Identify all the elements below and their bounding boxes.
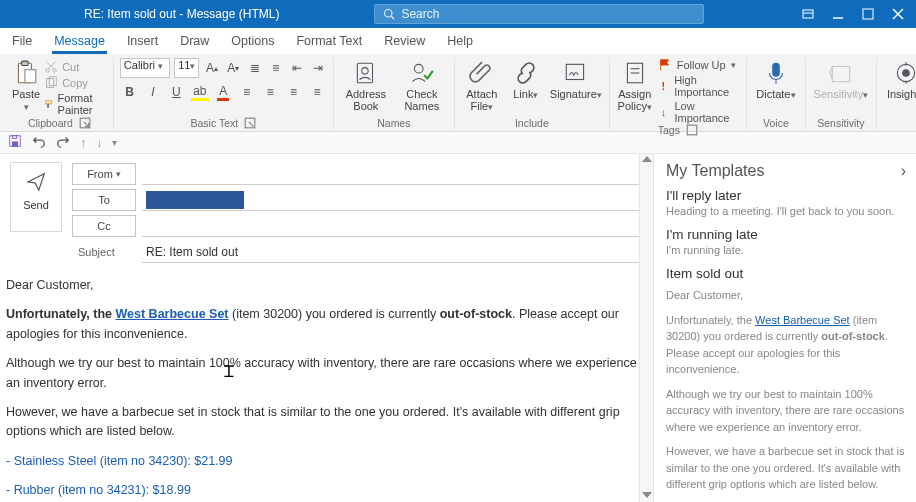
tab-format-text[interactable]: Format Text <box>294 30 364 54</box>
format-painter-icon <box>44 97 53 111</box>
increase-font-icon[interactable]: A▴ <box>203 58 220 78</box>
signature-icon <box>563 60 589 86</box>
outdent-icon[interactable]: ⇤ <box>288 58 305 78</box>
tab-message[interactable]: Message <box>52 30 107 54</box>
search-box[interactable]: Search <box>374 4 704 24</box>
font-color-icon[interactable]: A <box>214 82 233 102</box>
cut-button[interactable]: Cut <box>44 60 107 74</box>
menu-tabs: File Message Insert Draw Options Format … <box>0 28 916 54</box>
tab-options[interactable]: Options <box>229 30 276 54</box>
assign-policy-button[interactable]: Assign Policy▾ <box>616 58 654 112</box>
svg-rect-5 <box>863 9 873 19</box>
tab-insert[interactable]: Insert <box>125 30 160 54</box>
cc-button[interactable]: Cc <box>72 215 136 237</box>
low-importance-button[interactable]: ↓Low Importance <box>658 100 740 124</box>
svg-rect-39 <box>12 136 16 139</box>
svg-point-33 <box>903 70 910 77</box>
to-input[interactable] <box>142 189 643 211</box>
scroll-up-icon[interactable] <box>642 156 652 162</box>
address-book-icon <box>353 60 379 86</box>
close-pane-icon[interactable]: › <box>901 162 906 180</box>
align-center-icon[interactable]: ≡ <box>260 82 279 102</box>
tab-file[interactable]: File <box>10 30 34 54</box>
link-icon <box>513 60 539 86</box>
template-reply-later[interactable]: I'll reply later Heading to a meeting. I… <box>666 188 906 217</box>
from-button[interactable]: From ▾ <box>72 163 136 185</box>
dialog-launcher-icon[interactable] <box>79 117 91 129</box>
copy-button[interactable]: Copy <box>44 76 107 90</box>
product-link[interactable]: West Barbecue Set <box>116 307 229 321</box>
low-importance-icon: ↓ <box>658 106 670 118</box>
svg-point-12 <box>53 69 57 73</box>
high-importance-button[interactable]: !High Importance <box>658 74 740 98</box>
cc-input[interactable] <box>142 215 643 237</box>
to-button[interactable]: To <box>72 189 136 211</box>
maximize-icon[interactable] <box>862 8 874 20</box>
dictate-button[interactable]: Dictate▾ <box>753 58 799 100</box>
microphone-icon <box>763 60 789 86</box>
group-clipboard: Paste ▾ Cut Copy Format Painter Clipboar… <box>6 58 114 129</box>
bullets-icon[interactable]: ≣ <box>246 58 263 78</box>
main-split: Send From ▾ To Cc Subject RE: Item sold <box>0 154 916 502</box>
check-names-button[interactable]: Check Names <box>396 58 448 112</box>
my-templates-pane: My Templates› I'll reply later Heading t… <box>654 154 916 502</box>
qat-more-icon[interactable]: ▾ <box>112 137 117 148</box>
subject-input[interactable]: RE: Item sold out <box>142 241 643 263</box>
follow-up-button[interactable]: Follow Up▾ <box>658 58 740 72</box>
svg-rect-31 <box>832 67 849 82</box>
tab-draw[interactable]: Draw <box>178 30 211 54</box>
indent-icon[interactable]: ⇥ <box>310 58 327 78</box>
underline-icon[interactable]: U <box>167 82 186 102</box>
svg-line-13 <box>49 62 56 69</box>
highlight-icon[interactable]: ab <box>190 82 209 102</box>
scroll-down-icon[interactable] <box>642 492 652 498</box>
numbering-icon[interactable]: ≡ <box>267 58 284 78</box>
group-voice: Dictate▾ Voice <box>747 58 806 129</box>
bold-icon[interactable]: B <box>120 82 139 102</box>
compose-scrollbar[interactable] <box>639 154 653 502</box>
message-body[interactable]: Dear Customer, Unfortunately, the West B… <box>0 266 653 502</box>
address-book-button[interactable]: Address Book <box>340 58 392 112</box>
group-insights: Insights <box>877 58 916 129</box>
svg-rect-18 <box>48 104 49 108</box>
svg-line-1 <box>392 16 395 19</box>
tab-help[interactable]: Help <box>445 30 475 54</box>
align-justify-icon[interactable]: ≡ <box>307 82 326 102</box>
link-button[interactable]: Link▾ <box>507 58 545 100</box>
save-icon[interactable] <box>8 134 22 151</box>
insights-button[interactable]: Insights <box>883 58 916 100</box>
format-painter-button[interactable]: Format Painter <box>44 92 107 116</box>
undo-icon[interactable] <box>32 134 46 151</box>
font-name-select[interactable]: Calibri ▾ <box>120 58 170 78</box>
svg-rect-10 <box>25 70 36 83</box>
align-right-icon[interactable]: ≡ <box>284 82 303 102</box>
paste-button[interactable]: Paste ▾ <box>12 58 40 112</box>
svg-rect-21 <box>357 63 372 83</box>
preview-product-link[interactable]: West Barbecue Set <box>755 314 850 326</box>
template-item-sold-out[interactable]: Item sold out <box>666 266 906 281</box>
previous-icon[interactable]: ↑ <box>80 136 86 150</box>
recipient-chip[interactable] <box>146 191 244 209</box>
body-p2: Although we try our best to maintain 100… <box>6 354 639 393</box>
align-left-icon[interactable]: ≡ <box>237 82 256 102</box>
ribbon-display-icon[interactable] <box>802 8 814 20</box>
from-input[interactable] <box>142 163 643 185</box>
tab-review[interactable]: Review <box>382 30 427 54</box>
font-size-select[interactable]: 11▾ <box>174 58 199 78</box>
attach-file-button[interactable]: Attach File▾ <box>461 58 503 112</box>
template-running-late[interactable]: I'm running late I'm running late. <box>666 227 906 256</box>
dialog-launcher-icon[interactable] <box>686 124 698 136</box>
search-icon <box>383 8 395 20</box>
template-preview-body: Dear Customer, Unfortunately, the West B… <box>666 287 906 502</box>
dialog-launcher-icon[interactable] <box>244 117 256 129</box>
italic-icon[interactable]: I <box>143 82 162 102</box>
send-button[interactable]: Send <box>10 162 62 232</box>
close-icon[interactable] <box>892 8 904 20</box>
signature-button[interactable]: Signature▾ <box>549 58 603 100</box>
decrease-font-icon[interactable]: A▾ <box>225 58 242 78</box>
body-p3: However, we have a barbecue set in stock… <box>6 403 639 442</box>
minimize-icon[interactable] <box>832 8 844 20</box>
next-icon[interactable]: ↓ <box>96 136 102 150</box>
body-option-2: - Rubber (item no 34231): $18.99 <box>6 481 639 500</box>
redo-icon[interactable] <box>56 134 70 151</box>
